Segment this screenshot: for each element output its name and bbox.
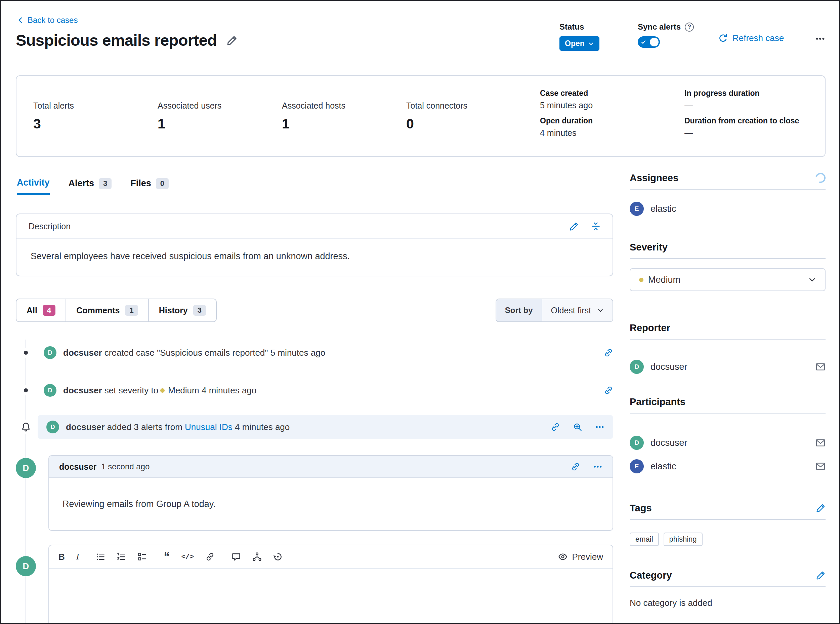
editor-link-button[interactable] <box>205 552 215 561</box>
reporter-row: D docsuser <box>630 360 826 374</box>
avatar: D <box>630 436 644 450</box>
comment-user: docsuser <box>59 462 96 472</box>
detail-value: — <box>684 100 799 110</box>
divider <box>630 258 826 259</box>
lens-plugin-button[interactable] <box>273 552 282 561</box>
edit-description-button[interactable] <box>570 222 579 231</box>
fold-icon <box>591 222 600 231</box>
divider <box>630 413 826 414</box>
markdown-editor-input[interactable] <box>49 569 612 624</box>
alert-actions-menu-button[interactable] <box>595 422 604 432</box>
sync-alerts-toggle[interactable] <box>638 36 660 48</box>
email-user-button[interactable] <box>815 362 826 372</box>
tags-title: Tags <box>630 503 652 514</box>
timeline-dot-marker <box>21 348 31 358</box>
avatar: D <box>630 360 644 374</box>
activity-event-alerts-added: D docsuser added 3 alerts from Unusual I… <box>38 415 613 439</box>
avatar: E <box>630 459 644 473</box>
comment-actions-menu-button[interactable] <box>593 462 603 471</box>
sort-by-label: Sort by <box>496 299 542 321</box>
italic-button[interactable]: I <box>76 552 79 562</box>
detail-label: Duration from creation to close <box>684 116 799 125</box>
refresh-case-button[interactable]: Refresh case <box>718 33 784 43</box>
lens-icon <box>273 552 282 561</box>
comment-avatar: D <box>16 458 36 478</box>
preview-button[interactable]: Preview <box>558 552 603 562</box>
title-row: Suspicious emails reported <box>16 31 237 49</box>
all-count-badge: 4 <box>43 305 55 316</box>
investigate-in-timeline-button[interactable] <box>573 422 582 432</box>
divider <box>630 189 826 190</box>
pencil-icon <box>227 35 237 46</box>
tab-alerts[interactable]: Alerts 3 <box>69 178 112 195</box>
case-detail-page: Back to cases Suspicious emails reported… <box>0 0 840 624</box>
timeline-plugin-button[interactable] <box>252 552 262 561</box>
event-text: created case "Suspicious emails reported… <box>105 348 325 358</box>
loading-spinner <box>814 171 828 185</box>
metric-associated-users: Associated users 1 <box>157 101 282 132</box>
help-icon[interactable]: ? <box>685 23 694 32</box>
editor-toolbar: B I “ </> <box>49 545 612 569</box>
detail-value: — <box>684 128 799 138</box>
comment-text: Reviewing emails from Group A today. <box>49 478 612 530</box>
copy-link-button[interactable] <box>604 348 613 357</box>
preview-label: Preview <box>572 552 603 562</box>
edit-tags-button[interactable] <box>816 503 826 513</box>
list-number-icon <box>117 552 126 561</box>
case-actions-menu-button[interactable] <box>815 34 825 44</box>
comment-icon <box>231 552 241 561</box>
back-to-cases-link[interactable]: Back to cases <box>17 15 78 25</box>
divider <box>630 519 826 520</box>
sort-order-select[interactable]: Oldest first <box>542 299 612 321</box>
quote-button[interactable]: “ <box>163 553 170 560</box>
list-bullet-icon <box>96 552 105 561</box>
participants-title: Participants <box>630 396 686 408</box>
task-list-button[interactable] <box>137 552 147 561</box>
tab-activity[interactable]: Activity <box>17 178 50 195</box>
divider <box>630 586 826 587</box>
detail-label: In progress duration <box>684 89 799 98</box>
filter-comments[interactable]: Comments 1 <box>66 299 148 321</box>
event-text: added 3 alerts from <box>107 422 182 432</box>
email-user-button[interactable] <box>815 438 826 448</box>
copy-link-button[interactable] <box>604 386 613 395</box>
bold-button[interactable]: B <box>59 552 65 562</box>
copy-link-button[interactable] <box>571 462 580 471</box>
severity-value: Medium <box>168 385 199 395</box>
detail-value: 5 minutes ago <box>540 100 684 110</box>
code-button[interactable]: </> <box>181 553 194 561</box>
tag-badge[interactable]: email <box>630 533 659 546</box>
tags-list: email phishing <box>630 533 826 546</box>
link-icon <box>604 386 613 395</box>
ordered-list-button[interactable] <box>117 552 126 561</box>
filter-all[interactable]: All 4 <box>17 299 66 321</box>
copy-link-button[interactable] <box>551 422 560 432</box>
metric-total-alerts: Total alerts 3 <box>33 101 157 132</box>
envelope-icon <box>815 362 826 372</box>
avatar: D <box>44 384 57 397</box>
edit-category-button[interactable] <box>816 570 826 580</box>
severity-title: Severity <box>630 242 667 253</box>
chevron-down-icon <box>597 307 604 314</box>
tag-badge[interactable]: phishing <box>664 533 703 546</box>
edit-title-button[interactable] <box>227 35 237 46</box>
add-comment-plugin-button[interactable] <box>231 552 241 561</box>
status-dropdown[interactable]: Open <box>559 36 600 51</box>
status-block: Status Open <box>559 22 600 51</box>
metric-associated-hosts: Associated hosts 1 <box>282 101 406 132</box>
page-title: Suspicious emails reported <box>16 31 217 49</box>
comments-count-badge: 1 <box>125 305 138 316</box>
refresh-label: Refresh case <box>732 33 784 43</box>
tab-files[interactable]: Files 0 <box>130 178 169 195</box>
severity-dot <box>160 388 165 393</box>
unordered-list-button[interactable] <box>96 552 105 561</box>
check-icon <box>641 39 646 45</box>
pencil-icon <box>570 222 579 231</box>
severity-select[interactable]: Medium <box>630 268 826 291</box>
filter-history[interactable]: History 3 <box>148 299 216 321</box>
collapse-description-button[interactable] <box>591 222 600 231</box>
severity-value: Medium <box>648 275 803 285</box>
rule-link[interactable]: Unusual IDs <box>185 422 233 432</box>
case-tabs: Activity Alerts 3 Files 0 <box>17 178 169 195</box>
email-user-button[interactable] <box>815 461 826 471</box>
